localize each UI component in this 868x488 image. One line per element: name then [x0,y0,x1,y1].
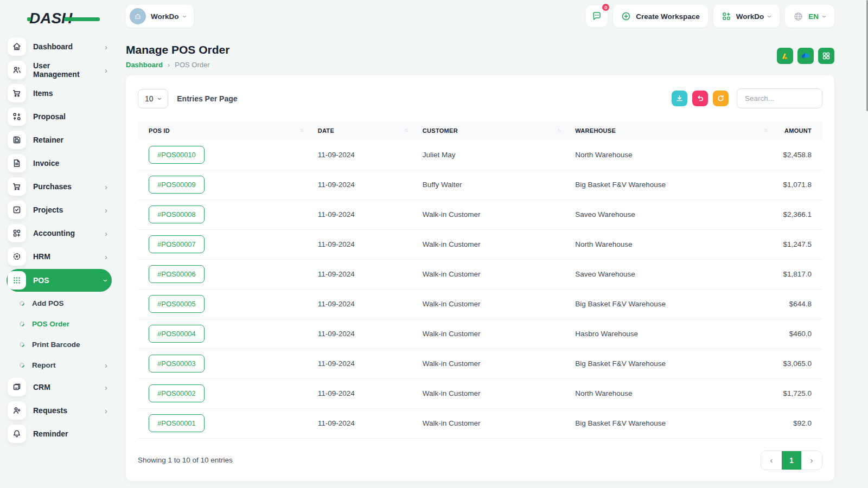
pos-id-badge[interactable]: #POS00001 [149,414,205,432]
cart-icon [8,84,26,102]
sidebar-subitem-pos-order[interactable]: POS Order [7,314,112,333]
sidebar-subitem-report[interactable]: Report [7,355,112,375]
globe-icon [793,11,803,22]
pos-order-page: DASH Dashboard User Management [0,0,868,488]
breadcrumb-dashboard-link[interactable]: Dashboard [126,61,163,69]
undo-icon [696,94,704,102]
previous-page-button[interactable] [761,451,782,470]
customer-cell: Walk-in Customer [412,408,564,438]
pos-id-badge[interactable]: #POS00007 [149,235,205,253]
warehouse-cell: North Warehouse [564,378,771,408]
table-row: #POS00008 11-09-2024 Walk-in Customer Sa… [138,200,822,229]
date-cell: 11-09-2024 [307,259,412,289]
save-icon [8,131,26,149]
chevron-down-icon [102,279,110,282]
chevron-right-icon [105,43,107,51]
pos-id-badge[interactable]: #POS00009 [149,176,205,194]
pos-id-badge[interactable]: #POS00008 [149,206,205,223]
table-footer: Showing 1 to 10 of 10 entries 1 [138,451,822,470]
sidebar-item-reminder[interactable]: Reminder [7,423,112,445]
entries-per-page-select[interactable]: 10 [138,89,168,108]
sidebar-subitem-add-pos[interactable]: Add POS [7,293,112,313]
main-content: Manage POS Order Dashboard POS Order [126,43,834,481]
sidebar-item-requests[interactable]: Requests [7,400,112,421]
workspace-switcher[interactable]: WorkDo [126,5,194,28]
date-cell: 11-09-2024 [307,349,412,378]
pos-id-badge[interactable]: #POS00003 [149,355,205,373]
table-row: #POS00009 11-09-2024 Buffy Walter Big Ba… [138,170,822,200]
sort-icon [764,127,767,133]
sidebar-item-accounting[interactable]: Accounting [7,222,112,244]
date-cell: 11-09-2024 [307,229,412,259]
bullet-icon [18,320,25,328]
table-row: #POS00010 11-09-2024 Juliet May North Wa… [138,140,822,170]
sidebar-item-pos[interactable]: POS [7,269,112,292]
brand-logo[interactable]: DASH [29,10,89,27]
table-row: #POS00007 11-09-2024 Walk-in Customer No… [138,229,822,259]
customer-cell: Walk-in Customer [412,349,564,378]
sidebar-item-hrm[interactable]: HRM [7,246,112,267]
sidebar-item-dashboard[interactable]: Dashboard [7,36,112,57]
pagination: 1 [761,451,822,470]
sidebar-item-proposal[interactable]: Proposal [7,106,112,127]
pos-id-badge[interactable]: #POS00005 [149,295,205,313]
chevron-right-icon [105,253,107,261]
warehouse-cell: North Warehouse [564,140,771,170]
pos-id-badge[interactable]: #POS00002 [149,384,205,402]
cart-icon [8,177,26,196]
sidebar-subitem-print-barcode[interactable]: Print Barcode [7,335,112,354]
warehouse-cell: Big Basket F&V Warehouse [564,349,771,378]
search-input[interactable] [737,88,822,108]
customer-cell: Walk-in Customer [412,200,564,229]
grid-dots-icon [8,271,26,290]
logo-green-dot [27,17,31,21]
page-title: Manage POS Order [126,43,229,56]
chevron-right-icon [105,183,107,191]
app-menu-dropdown[interactable]: WorkDo [713,5,780,28]
onedrive-cloud-icon [801,51,810,61]
amount-cell: $1,247.5 [771,229,822,259]
sidebar-item-purchases[interactable]: Purchases [7,176,112,197]
sidebar-item-crm[interactable]: CRM [7,376,112,398]
pos-id-badge[interactable]: #POS00004 [149,325,205,343]
onedrive-button[interactable] [797,48,814,64]
table-header-row: POS ID DATE CUSTOMER WAREHOUSE AMOUNT [138,121,822,140]
header-date[interactable]: DATE [307,121,412,140]
table-controls: 10 Entries Per Page [138,88,822,108]
date-cell: 11-09-2024 [307,289,412,319]
chevron-right-icon [105,66,107,74]
sort-icon [557,127,560,133]
pos-id-badge[interactable]: #POS00010 [149,146,205,164]
chevron-down-icon [821,15,829,18]
sidebar: DASH Dashboard User Management [0,0,117,488]
topbar-right: 0 Create Workspace WorkDo EN [586,5,834,28]
header-warehouse[interactable]: WAREHOUSE [564,121,771,140]
grid-view-button[interactable] [818,48,834,64]
content-header: Manage POS Order Dashboard POS Order [126,43,834,69]
chevron-down-icon [766,15,774,18]
chevron-right-icon [105,206,107,214]
sidebar-item-projects[interactable]: Projects [7,199,112,221]
messages-button[interactable]: 0 [586,5,608,27]
sidebar-item-invoice[interactable]: Invoice [7,152,112,174]
warehouse-cell: Hasbro Warehouse [564,319,771,349]
sidebar-item-user-management[interactable]: User Management [7,59,112,81]
language-selector[interactable]: EN [785,5,834,28]
refresh-button[interactable] [713,91,729,106]
header-pos-id[interactable]: POS ID [138,121,307,140]
export-button[interactable] [672,91,687,106]
create-workspace-button[interactable]: Create Workspace [613,5,708,28]
sidebar-item-items[interactable]: Items [7,82,112,104]
next-page-button[interactable] [801,451,822,470]
pos-id-badge[interactable]: #POS00006 [149,265,205,283]
sidebar-item-retainer[interactable]: Retainer [7,129,112,151]
grid-plus-icon [722,11,731,21]
header-customer[interactable]: CUSTOMER [412,121,564,140]
page-number-button[interactable]: 1 [782,451,801,470]
reset-button[interactable] [692,91,708,106]
customer-cell: Buffy Walter [412,170,564,200]
date-cell: 11-09-2024 [307,408,412,438]
header-amount[interactable]: AMOUNT [771,121,822,140]
amount-cell: $1,071.8 [771,170,822,200]
google-drive-button[interactable] [777,48,793,64]
